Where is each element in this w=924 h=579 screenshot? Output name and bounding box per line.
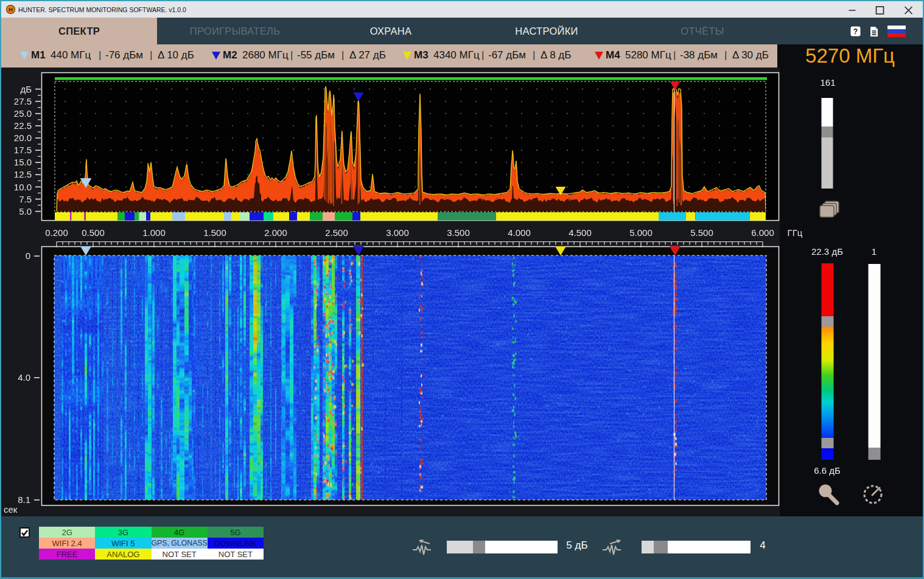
svg-text:5.500: 5.500: [690, 227, 713, 238]
svg-text:8.1: 8.1: [18, 494, 30, 505]
svg-text:3.000: 3.000: [386, 227, 409, 238]
svg-text:ГГц: ГГц: [788, 227, 803, 238]
svg-text:12.5: 12.5: [14, 169, 32, 179]
svg-text:?: ?: [853, 27, 858, 36]
svg-text:0.500: 0.500: [82, 227, 105, 238]
svg-text:5.000: 5.000: [629, 227, 653, 238]
svg-text:5.0: 5.0: [19, 206, 32, 217]
svg-text:1: 1: [872, 246, 877, 257]
svg-text:22.3 дБ: 22.3 дБ: [811, 246, 843, 257]
svg-text:20.0: 20.0: [14, 133, 32, 143]
svg-text:2.000: 2.000: [264, 227, 287, 238]
svg-text:27.5: 27.5: [14, 96, 32, 106]
svg-text:4.000: 4.000: [508, 227, 531, 238]
svg-text:22.5: 22.5: [14, 120, 32, 131]
svg-text:1.000: 1.000: [142, 227, 166, 238]
svg-text:7.5: 7.5: [19, 194, 32, 204]
svg-text:4.0: 4.0: [18, 372, 30, 383]
svg-text:1.500: 1.500: [203, 227, 226, 238]
svg-text:6.000: 6.000: [751, 227, 774, 238]
svg-text:3.500: 3.500: [447, 227, 470, 238]
svg-text:25.0: 25.0: [14, 108, 32, 119]
svg-text:сек: сек: [4, 504, 18, 515]
svg-text:дБ: дБ: [20, 84, 32, 94]
svg-text:0.200: 0.200: [45, 227, 68, 238]
svg-text:2.500: 2.500: [325, 227, 348, 238]
svg-text:H: H: [9, 6, 13, 13]
svg-text:17.5: 17.5: [14, 145, 32, 155]
svg-text:4.500: 4.500: [569, 227, 592, 238]
svg-text:0: 0: [26, 251, 30, 261]
svg-text:15.0: 15.0: [14, 157, 32, 167]
svg-text:6.6 дБ: 6.6 дБ: [814, 465, 841, 476]
svg-text:10.0: 10.0: [14, 182, 32, 192]
svg-text:161: 161: [820, 77, 835, 88]
